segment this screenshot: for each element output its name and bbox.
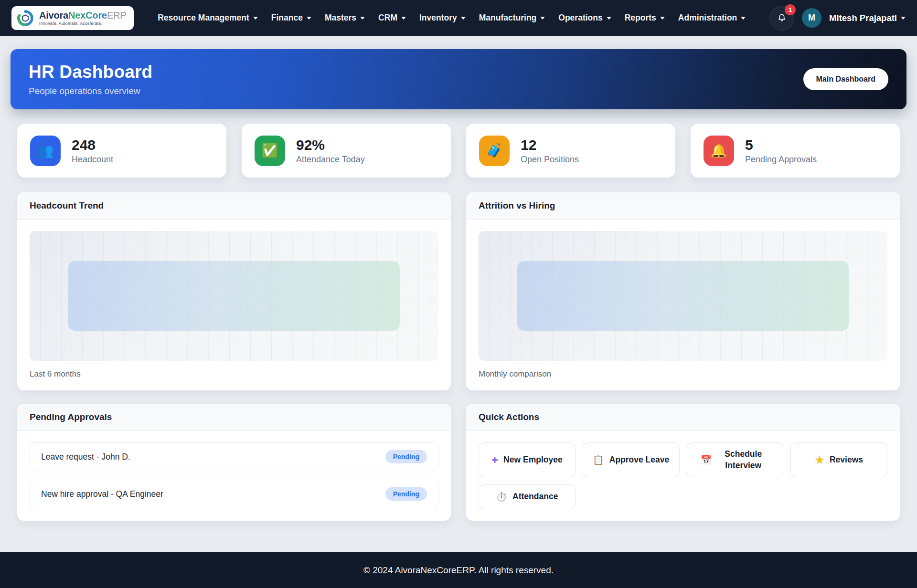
main-dashboard-button[interactable]: Main Dashboard: [803, 68, 888, 90]
nav-item-reports[interactable]: Reports: [620, 9, 670, 27]
chart-caption: Last 6 months: [30, 369, 438, 379]
nav-item-inventory[interactable]: Inventory: [415, 9, 470, 27]
quick-actions-card: Quick Actions + New Employee 📋 Approve L…: [466, 404, 900, 521]
attrition-vs-hiring-card: Attrition vs Hiring Monthly comparison: [466, 192, 900, 390]
approval-list-item[interactable]: Leave request - John D. Pending: [30, 442, 438, 471]
stopwatch-icon: ⏱️: [496, 491, 507, 503]
chevron-down-icon: [901, 17, 906, 20]
nav-item-resource-management[interactable]: Resource Management: [153, 9, 263, 27]
people-icon: 👥: [30, 136, 61, 166]
stat-card-attendance: ✅ 92% Attendance Today: [242, 124, 451, 178]
stat-label: Pending Approvals: [745, 155, 817, 165]
main-menu: Resource Management Finance Masters CRM …: [134, 9, 769, 27]
chevron-down-icon: [540, 17, 545, 20]
chevron-down-icon: [401, 17, 406, 20]
chart-caption: Monthly comparison: [479, 369, 887, 379]
page-subtitle: People operations overview: [29, 86, 152, 96]
bottom-row: Pending Approvals Leave request - John D…: [17, 404, 900, 521]
nav-item-masters[interactable]: Masters: [320, 9, 370, 27]
user-avatar[interactable]: M: [802, 8, 821, 28]
attendance-button[interactable]: ⏱️ Attendance: [479, 484, 576, 509]
nav-item-manufacturing[interactable]: Manufacturing: [474, 9, 550, 27]
chevron-down-icon: [741, 17, 746, 20]
navbar-right-controls: 1 M Mitesh Prajapati: [769, 6, 906, 31]
status-badge: Pending: [385, 487, 427, 501]
chevron-down-icon: [253, 17, 258, 20]
stat-card-headcount: 👥 248 Headcount: [17, 124, 226, 178]
stat-value: 12: [521, 137, 579, 153]
approve-leave-button[interactable]: 📋 Approve Leave: [583, 442, 680, 477]
charts-row: Headcount Trend Last 6 months Attrition …: [17, 192, 900, 390]
stat-value: 92%: [296, 137, 365, 153]
calendar-icon: 📅: [701, 454, 712, 466]
top-navbar: AivoraNexCoreERP Innovate. Automate. Acc…: [0, 0, 917, 36]
chevron-down-icon: [360, 17, 365, 20]
stat-card-pending-approvals: 🔔 5 Pending Approvals: [691, 124, 900, 178]
bell-icon: [777, 13, 787, 23]
brand-logo-icon: [16, 9, 35, 28]
clipboard-icon: 📋: [593, 454, 604, 466]
chevron-down-icon: [660, 17, 665, 20]
card-title: Quick Actions: [479, 412, 539, 422]
attrition-vs-hiring-chart: [479, 231, 887, 361]
chevron-down-icon: [307, 17, 311, 20]
stat-value: 5: [745, 137, 817, 153]
page-footer: © 2024 AivoraNexCoreERP. All rights rese…: [0, 552, 917, 588]
stat-value: 248: [72, 137, 113, 153]
brand-logo[interactable]: AivoraNexCoreERP Innovate. Automate. Acc…: [11, 6, 134, 30]
card-title: Pending Approvals: [30, 412, 112, 422]
schedule-interview-button[interactable]: 📅 Schedule Interview: [687, 442, 784, 477]
main-content: HR Dashboard People operations overview …: [0, 36, 917, 552]
card-title: Attrition vs Hiring: [479, 200, 555, 210]
status-badge: Pending: [385, 450, 427, 463]
notifications-button[interactable]: 1: [769, 6, 794, 31]
approval-text: New hire approval - QA Engineer: [41, 489, 163, 499]
notification-count-badge: 1: [785, 4, 796, 15]
briefcase-icon: 🧳: [479, 136, 510, 166]
nav-item-administration[interactable]: Administration: [673, 9, 750, 27]
copyright-text: © 2024 AivoraNexCoreERP. All rights rese…: [363, 565, 554, 576]
page-title: HR Dashboard: [29, 62, 152, 82]
headcount-trend-chart: [30, 231, 438, 361]
nav-item-operations[interactable]: Operations: [554, 9, 616, 27]
approval-text: Leave request - John D.: [41, 452, 130, 462]
new-employee-button[interactable]: + New Employee: [479, 442, 576, 477]
stat-label: Headcount: [72, 155, 113, 165]
stat-label: Open Positions: [521, 155, 579, 165]
brand-name: AivoraNexCoreERP: [39, 10, 126, 21]
headcount-trend-card: Headcount Trend Last 6 months: [17, 192, 451, 390]
page-header-banner: HR Dashboard People operations overview …: [11, 49, 906, 109]
card-title: Headcount Trend: [30, 200, 104, 210]
brand-tagline: Innovate. Automate. Accelerate.: [39, 21, 126, 26]
bell-icon: 🔔: [704, 136, 734, 166]
chevron-down-icon: [461, 17, 466, 20]
stat-card-open-positions: 🧳 12 Open Positions: [466, 124, 675, 178]
stat-label: Attendance Today: [296, 155, 365, 165]
reviews-button[interactable]: ★ Reviews: [790, 442, 887, 477]
user-menu[interactable]: Mitesh Prajapati: [829, 13, 906, 23]
check-icon: ✅: [255, 136, 285, 166]
chevron-down-icon: [607, 17, 611, 20]
pending-approvals-card: Pending Approvals Leave request - John D…: [17, 404, 451, 521]
nav-item-finance[interactable]: Finance: [267, 9, 316, 27]
star-icon: ★: [815, 453, 824, 467]
nav-item-crm[interactable]: CRM: [373, 9, 411, 27]
stats-row: 👥 248 Headcount ✅ 92% Attendance Today 🧳…: [17, 124, 900, 178]
approval-list-item[interactable]: New hire approval - QA Engineer Pending: [30, 480, 438, 508]
